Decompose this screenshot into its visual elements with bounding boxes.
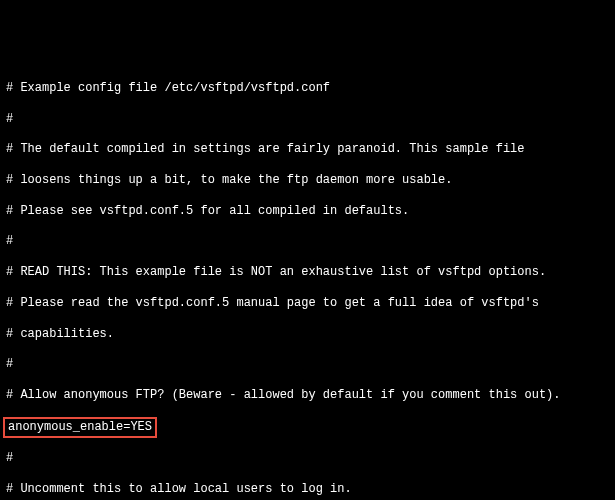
config-comment: # loosens things up a bit, to make the f…	[6, 173, 609, 188]
config-comment: # Please read the vsftpd.conf.5 manual p…	[6, 296, 609, 311]
highlighted-setting-anonymous-enable: anonymous_enable=YES	[6, 419, 609, 436]
config-comment: # capabilities.	[6, 327, 609, 342]
config-comment: # Please see vsftpd.conf.5 for all compi…	[6, 204, 609, 219]
config-comment: # READ THIS: This example file is NOT an…	[6, 265, 609, 280]
config-comment: # Example config file /etc/vsftpd/vsftpd…	[6, 81, 609, 96]
config-comment: #	[6, 451, 609, 466]
config-comment: # Allow anonymous FTP? (Beware - allowed…	[6, 388, 609, 403]
config-comment: #	[6, 112, 609, 127]
config-comment: # Uncomment this to allow local users to…	[6, 482, 609, 497]
terminal-output: # Example config file /etc/vsftpd/vsftpd…	[6, 65, 609, 500]
config-comment: #	[6, 357, 609, 372]
config-comment: #	[6, 234, 609, 249]
config-comment: # The default compiled in settings are f…	[6, 142, 609, 157]
